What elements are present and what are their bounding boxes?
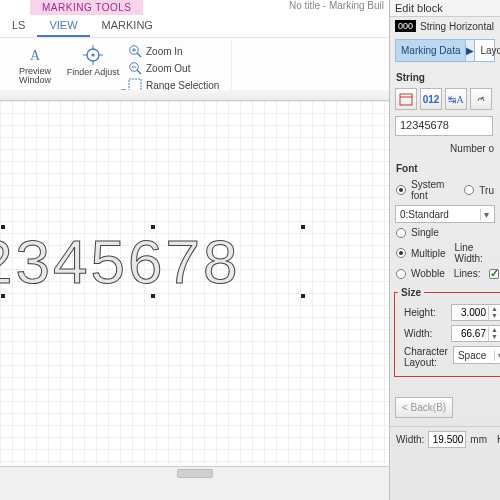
zoom-out-icon	[128, 61, 142, 75]
height-value[interactable]	[452, 307, 488, 318]
font-select[interactable]: 0:Standard ▾	[395, 205, 495, 223]
chevron-down-icon: ▾	[480, 209, 492, 220]
ribbon-tabs: LS VIEW MARKING	[0, 15, 390, 37]
calendar-icon[interactable]	[395, 88, 417, 110]
window-title: No title - Marking Buil	[289, 0, 384, 11]
width-label: Width:	[404, 328, 446, 339]
system-font-label: System font	[411, 179, 459, 201]
number-of-label: Number o	[390, 140, 500, 157]
radio-wobble[interactable]	[396, 269, 406, 279]
height-spinner[interactable]: ▲▼	[488, 306, 500, 320]
bottom-width-label: Width:	[396, 434, 424, 445]
preview-window-button[interactable]: A Preview Window	[6, 41, 64, 89]
selection-handle[interactable]	[300, 224, 306, 230]
ruler-horizontal[interactable]	[0, 90, 390, 101]
tab-view[interactable]: VIEW	[37, 15, 89, 37]
panel-tabs: Marking Data ▶ Layou	[395, 39, 495, 62]
link-icon[interactable]	[470, 88, 492, 110]
bottom-unit: mm	[470, 434, 487, 445]
selection-handle[interactable]	[150, 293, 156, 299]
string-value: 12345678	[400, 119, 449, 131]
canvas-area: 2345678	[0, 90, 390, 480]
height-input[interactable]: ▲▼	[451, 304, 500, 321]
back-button[interactable]: < Back(B)	[395, 397, 453, 418]
scrollbar-thumb[interactable]	[177, 469, 213, 478]
size-title: Size	[398, 287, 424, 298]
canvas-text-object[interactable]: 2345678	[0, 226, 240, 297]
tab-layout[interactable]: Layou	[475, 40, 500, 61]
single-label: Single	[411, 227, 439, 238]
block-index-badge: 000	[395, 20, 416, 32]
size-group: Size Height: ▲▼ Width: ▲▼ Character Layo…	[394, 287, 500, 377]
bottom-width-value[interactable]	[429, 434, 465, 445]
font-selected-label: 0:Standard	[400, 209, 449, 220]
section-string-title: String	[390, 66, 500, 86]
zoom-in-icon	[128, 44, 142, 58]
char-layout-select[interactable]: Space ▾	[453, 346, 500, 364]
radio-single[interactable]	[396, 228, 406, 238]
char-layout-label: Character Layout:	[404, 346, 448, 368]
width-input[interactable]: ▲▼	[451, 325, 500, 342]
svg-rect-15	[400, 94, 412, 105]
panel-title: Edit block	[390, 0, 500, 17]
wobble-label: Wobble	[411, 268, 445, 279]
string-value-input[interactable]: 12345678	[395, 116, 493, 136]
tab-marking-data[interactable]: Marking Data	[396, 40, 465, 61]
string-toolbar: 012 ↹A	[390, 86, 500, 112]
bottom-width-input[interactable]	[428, 431, 466, 448]
height-label: Height:	[404, 307, 446, 318]
lines-label: Lines:	[454, 268, 481, 279]
char-layout-value: Space	[458, 350, 486, 361]
selection-handle[interactable]	[0, 224, 6, 230]
tab-ls[interactable]: LS	[0, 15, 37, 37]
width-value[interactable]	[452, 328, 488, 339]
svg-point-2	[91, 53, 94, 56]
svg-text:A: A	[30, 48, 41, 63]
radio-system-font[interactable]	[396, 185, 406, 195]
block-type-row: 000 String Horizontal	[390, 17, 500, 35]
letter-a-icon: A	[24, 44, 46, 66]
svg-line-8	[137, 53, 141, 57]
text-tool-icon[interactable]: ↹A	[445, 88, 467, 110]
radio-truetype[interactable]	[464, 185, 474, 195]
edit-block-panel: Edit block 000 String Horizontal Marking…	[389, 0, 500, 500]
zoom-out-label: Zoom Out	[146, 63, 190, 74]
chevron-down-icon: ▾	[494, 350, 500, 361]
preview-window-label: Preview Window	[8, 67, 62, 86]
finder-adjust-button[interactable]: Finder Adjust	[64, 41, 122, 80]
truetype-label: Tru	[479, 185, 494, 196]
check-auto-lines[interactable]	[489, 269, 499, 279]
chevron-right-icon[interactable]: ▶	[465, 40, 475, 61]
selection-handle[interactable]	[0, 293, 6, 299]
line-width-label: Line Width:	[454, 242, 494, 264]
tab-marking[interactable]: MARKING	[90, 15, 165, 37]
ribbon-body: A Preview Window Finder Adjust Zoom In Z…	[0, 37, 390, 97]
zoom-out-button[interactable]: Zoom Out	[124, 60, 223, 76]
target-icon	[82, 44, 104, 66]
radio-multiple[interactable]	[396, 248, 406, 258]
block-type-label: String Horizontal	[420, 21, 494, 32]
zoom-in-label: Zoom In	[146, 46, 183, 57]
canvas[interactable]: 2345678	[0, 101, 390, 464]
section-font-title: Font	[390, 157, 500, 177]
bottom-status: Width: mm H	[390, 427, 500, 452]
multiple-label: Multiple	[411, 248, 445, 259]
zoom-in-button[interactable]: Zoom In	[124, 43, 223, 59]
context-tab-marking-tools[interactable]: MARKING TOOLS	[30, 0, 143, 15]
width-spinner[interactable]: ▲▼	[488, 327, 500, 341]
selection-handle[interactable]	[150, 224, 156, 230]
finder-adjust-label: Finder Adjust	[67, 67, 120, 77]
svg-line-12	[137, 70, 141, 74]
ribbon: No title - Marking Buil MARKING TOOLS LS…	[0, 0, 390, 98]
scrollbar-horizontal[interactable]	[0, 466, 390, 480]
selection-handle[interactable]	[300, 293, 306, 299]
counter-icon[interactable]: 012	[420, 88, 442, 110]
